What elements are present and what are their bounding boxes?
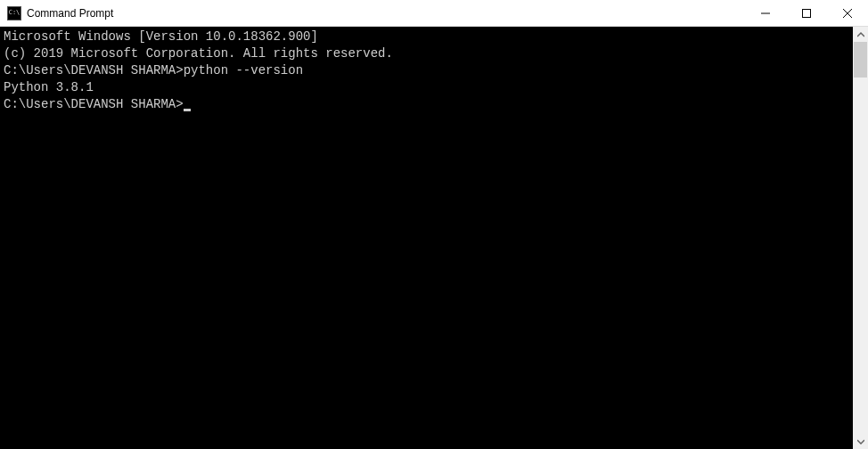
titlebar[interactable]: C:\ Command Prompt: [0, 0, 868, 27]
svg-rect-1: [803, 9, 811, 17]
window-title: Command Prompt: [27, 7, 745, 20]
minimize-icon: [761, 9, 770, 18]
cursor: [184, 109, 191, 111]
terminal-line: (c) 2019 Microsoft Corporation. All righ…: [4, 45, 849, 62]
scrollbar-thumb[interactable]: [854, 42, 867, 78]
prompt-text: C:\Users\DEVANSH SHARMA>: [4, 97, 184, 111]
terminal-line: C:\Users\DEVANSH SHARMA>: [4, 96, 849, 113]
close-button[interactable]: [827, 0, 868, 26]
chevron-up-icon: [857, 31, 864, 38]
terminal-line: C:\Users\DEVANSH SHARMA>python --version: [4, 62, 849, 79]
minimize-button[interactable]: [745, 0, 786, 26]
terminal-area[interactable]: Microsoft Windows [Version 10.0.18362.90…: [0, 27, 853, 449]
command-text: python --version: [184, 63, 303, 78]
maximize-button[interactable]: [786, 0, 827, 26]
window-controls: [745, 0, 868, 26]
terminal-line: Python 3.8.1: [4, 79, 849, 96]
cmd-icon-text: C:\: [9, 10, 20, 16]
command-prompt-window: C:\ Command Prompt Microsoft Windows [Ve…: [0, 0, 868, 449]
content-wrapper: Microsoft Windows [Version 10.0.18362.90…: [0, 27, 868, 449]
close-icon: [843, 9, 852, 18]
scrollbar-down-button[interactable]: [853, 434, 868, 449]
vertical-scrollbar[interactable]: [853, 27, 868, 449]
scrollbar-up-button[interactable]: [853, 27, 868, 42]
maximize-icon: [802, 9, 811, 18]
prompt-text: C:\Users\DEVANSH SHARMA>: [4, 63, 184, 78]
cmd-icon: C:\: [7, 6, 21, 20]
terminal-line: Microsoft Windows [Version 10.0.18362.90…: [4, 29, 849, 45]
chevron-down-icon: [857, 438, 864, 445]
